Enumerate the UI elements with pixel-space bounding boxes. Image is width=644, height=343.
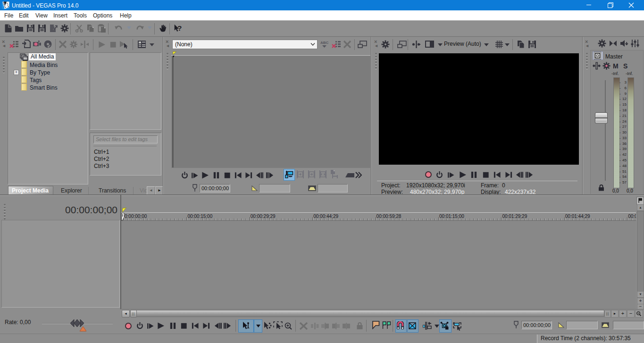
- svg-text:?: ?: [177, 24, 182, 32]
- svg-text:ABC: ABC: [320, 41, 329, 45]
